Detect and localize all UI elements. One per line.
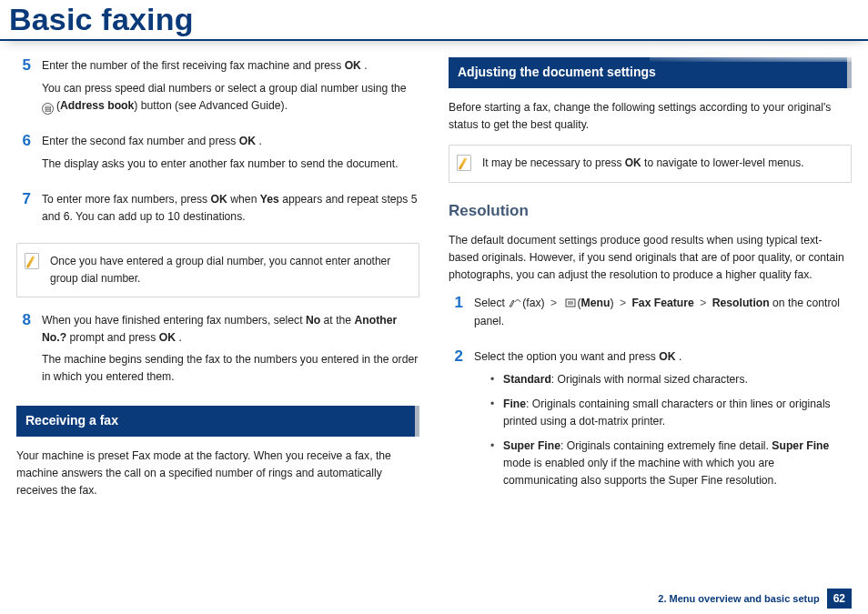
step-number: 2 xyxy=(449,348,463,496)
step-body: Select (fax) > (Menu) > Fax Feature > Re… xyxy=(474,295,852,337)
text: Select the option you want and press xyxy=(474,350,659,363)
left-column: 5 Enter the number of the first receivin… xyxy=(16,57,419,509)
text: When you have finished entering fax numb… xyxy=(42,314,306,327)
option-super-fine: Super Fine xyxy=(503,439,560,452)
list-item: Fine: Originals containing small charact… xyxy=(490,396,852,430)
note-ok-navigate: It may be necessary to press OK to navig… xyxy=(449,145,852,183)
text: mode is enabled only if the machine with… xyxy=(503,457,777,487)
yes-label: Yes xyxy=(260,193,279,206)
text: You can press speed dial numbers or sele… xyxy=(42,82,407,95)
text: when xyxy=(230,193,260,206)
text: (fax) xyxy=(522,297,544,309)
note-text: It may be necessary to press OK to navig… xyxy=(482,155,804,172)
text: : Originals with normal sized characters… xyxy=(551,373,748,386)
step-5: 5 Enter the number of the first receivin… xyxy=(16,57,419,120)
text: ) button (see Advanced Guide). xyxy=(134,99,288,112)
text: prompt and press xyxy=(69,331,158,344)
step-1: 1 Select (fax) > (Menu) > Fax Feature > … xyxy=(449,295,852,337)
step-body: Select the option you want and press OK … xyxy=(474,348,852,496)
text: Select xyxy=(474,297,508,309)
chevron-right-icon: > xyxy=(548,297,560,309)
step-number: 1 xyxy=(449,295,463,337)
text: at the xyxy=(324,314,355,327)
ok-label: OK xyxy=(239,135,256,147)
resolution-options: Standard: Originals with normal sized ch… xyxy=(490,371,852,488)
chevron-right-icon: > xyxy=(617,297,629,309)
step-body: Enter the second fax number and press OK… xyxy=(42,133,419,178)
chapter-label: 2. Menu overview and basic setup xyxy=(658,593,819,604)
resolution-heading: Resolution xyxy=(449,199,852,223)
step-number: 7 xyxy=(16,191,31,231)
step-body: When you have finished entering fax numb… xyxy=(42,312,419,392)
super-fine-bold: Super Fine xyxy=(772,439,829,452)
chevron-right-icon: > xyxy=(697,297,709,309)
step-body: To enter more fax numbers, press OK when… xyxy=(42,191,419,231)
text: To enter more fax numbers, press xyxy=(42,193,211,206)
text: Enter the second fax number and press xyxy=(42,135,239,147)
menu-label: Menu xyxy=(581,297,611,309)
page-title: Basic faxing xyxy=(9,2,859,37)
ok-label: OK xyxy=(159,331,176,344)
note-icon xyxy=(25,253,41,271)
ok-label: OK xyxy=(659,350,675,363)
section-adjusting-settings: Adjusting the document settings xyxy=(449,57,852,88)
intro-text: Before starting a fax, change the follow… xyxy=(449,99,852,134)
text: The display asks you to enter another fa… xyxy=(42,156,419,173)
page-header: Basic faxing xyxy=(0,0,868,41)
content-columns: 5 Enter the number of the first receivin… xyxy=(0,57,868,509)
address-book-icon: ▤ xyxy=(42,103,54,115)
receiving-text: Your machine is preset Fax mode at the f… xyxy=(16,448,419,499)
step-body: Enter the number of the first receiving … xyxy=(42,57,419,120)
fax-feature-label: Fax Feature xyxy=(631,297,693,309)
text: . xyxy=(178,331,181,344)
text: : Originals containing extremely fine de… xyxy=(560,439,772,452)
step-8: 8 When you have finished entering fax nu… xyxy=(16,312,419,392)
resolution-para: The default document settings produce go… xyxy=(449,232,852,284)
right-column: Adjusting the document settings Before s… xyxy=(449,57,852,509)
text: Enter the number of the first receiving … xyxy=(42,59,345,72)
ok-label: OK xyxy=(211,193,227,206)
step-2: 2 Select the option you want and press O… xyxy=(449,348,852,496)
step-number: 5 xyxy=(16,57,31,120)
list-item: Super Fine: Originals containing extreme… xyxy=(490,438,852,489)
no-label: No xyxy=(306,314,320,327)
step-number: 6 xyxy=(16,133,31,178)
resolution-label: Resolution xyxy=(712,297,770,309)
svg-rect-0 xyxy=(566,299,575,307)
ok-label: OK xyxy=(345,59,361,72)
note-group-dial: Once you have entered a group dial numbe… xyxy=(16,243,419,297)
text: . xyxy=(258,135,261,147)
fax-icon xyxy=(509,297,521,314)
page-footer: 2. Menu overview and basic setup 62 xyxy=(658,589,852,609)
list-item: Standard: Originals with normal sized ch… xyxy=(490,371,852,388)
address-book-label: Address book xyxy=(60,99,134,112)
text: . xyxy=(679,350,681,363)
option-standard: Standard xyxy=(503,373,551,386)
step-6: 6 Enter the second fax number and press … xyxy=(16,133,419,178)
note-icon xyxy=(457,155,473,173)
text: . xyxy=(364,59,367,72)
menu-icon xyxy=(564,297,577,314)
step-number: 8 xyxy=(16,312,31,392)
section-receiving-fax: Receiving a fax xyxy=(16,406,419,437)
option-fine: Fine xyxy=(503,398,526,410)
text: : Originals containing small characters … xyxy=(503,398,831,428)
text: The machine begins sending the fax to th… xyxy=(42,351,419,386)
page-number: 62 xyxy=(827,589,852,609)
note-text: Once you have entered a group dial numbe… xyxy=(50,253,409,287)
step-7: 7 To enter more fax numbers, press OK wh… xyxy=(16,191,419,231)
